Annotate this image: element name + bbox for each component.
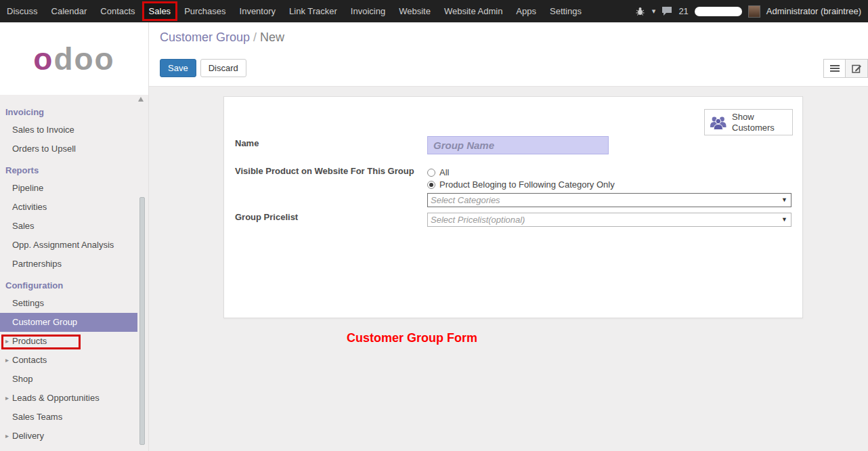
sidebar-scrollbar[interactable] bbox=[139, 197, 145, 445]
section-title-reports: Reports bbox=[0, 158, 148, 179]
sidebar-item-opp-assignment-analysis[interactable]: Opp. Assignment Analysis bbox=[0, 236, 148, 255]
expand-caret-icon: ▸ bbox=[5, 427, 12, 446]
nav-item-apps[interactable]: Apps bbox=[509, 0, 543, 22]
sidebar-item-shop[interactable]: Shop bbox=[0, 370, 148, 389]
chevron-down-icon[interactable]: ▾ bbox=[652, 7, 656, 16]
sidebar-item-pipeline[interactable]: Pipeline bbox=[0, 179, 148, 198]
show-customers-label: Show Customers bbox=[732, 112, 788, 133]
radio-option-all[interactable]: All bbox=[427, 167, 449, 177]
form-sheet: Show Customers Name Visible Product on W… bbox=[223, 96, 803, 318]
section-title-configuration: Configuration bbox=[0, 274, 148, 294]
save-button[interactable]: Save bbox=[160, 59, 196, 77]
radio-option-category[interactable]: Product Beloging to Following Category O… bbox=[427, 179, 615, 190]
categories-select-placeholder: Select Categories bbox=[431, 195, 500, 205]
sidebar-item-activities[interactable]: Activities bbox=[0, 198, 148, 217]
select-arrow-icon: ▼ bbox=[781, 216, 787, 223]
breadcrumb-parent-link[interactable]: Customer Group bbox=[160, 30, 250, 44]
top-navbar: Discuss Calendar Contacts Sales Purchase… bbox=[0, 0, 868, 22]
timer-widget[interactable] bbox=[695, 7, 742, 16]
radio-all-label: All bbox=[439, 167, 449, 177]
nav-item-inventory[interactable]: Inventory bbox=[233, 0, 282, 22]
sidebar-item-settings[interactable]: Settings bbox=[0, 294, 148, 313]
sidebar-item-partnerships[interactable]: Partnerships bbox=[0, 255, 148, 274]
sidebar-item-leads-opportunities[interactable]: ▸Leads & Opportunities bbox=[0, 389, 148, 408]
nav-item-purchases[interactable]: Purchases bbox=[177, 0, 232, 22]
discard-button[interactable]: Discard bbox=[200, 59, 246, 77]
list-view-button[interactable] bbox=[823, 59, 846, 78]
user-avatar[interactable] bbox=[748, 5, 760, 18]
list-view-icon bbox=[830, 64, 840, 72]
pricelist-select[interactable]: Select Pricelist(optional) ▼ bbox=[427, 213, 791, 227]
sidebar-item-customer-group[interactable]: Customer Group bbox=[0, 313, 137, 332]
sidebar-item-sales-to-invoice[interactable]: Sales to Invoice bbox=[0, 121, 148, 139]
nav-item-sales[interactable]: Sales bbox=[142, 1, 178, 21]
sidebar: odoo Invoicing Sales to Invoice Orders t… bbox=[0, 22, 149, 451]
group-pricelist-field-label: Group Pricelist bbox=[235, 212, 298, 222]
nav-item-invoicing[interactable]: Invoicing bbox=[344, 0, 392, 22]
debug-bug-icon[interactable] bbox=[636, 7, 645, 16]
control-panel: Customer Group/New Save Discard bbox=[149, 22, 868, 87]
expand-caret-icon: ▸ bbox=[5, 332, 12, 351]
customers-icon bbox=[709, 115, 728, 130]
categories-select[interactable]: Select Categories ▼ bbox=[427, 193, 791, 207]
nav-item-settings[interactable]: Settings bbox=[543, 0, 588, 22]
messages-icon[interactable] bbox=[661, 6, 672, 16]
group-name-input[interactable] bbox=[427, 136, 609, 154]
logo-first-letter: o bbox=[33, 41, 53, 77]
pricelist-select-placeholder: Select Pricelist(optional) bbox=[431, 215, 525, 225]
section-title-invoicing: Invoicing bbox=[0, 100, 148, 121]
nav-item-discuss[interactable]: Discuss bbox=[0, 0, 45, 22]
breadcrumb: Customer Group/New bbox=[160, 30, 284, 45]
sidebar-item-orders-to-upsell[interactable]: Orders to Upsell bbox=[0, 139, 148, 158]
nav-item-calendar[interactable]: Calendar bbox=[45, 0, 94, 22]
view-switcher bbox=[823, 59, 868, 78]
select-arrow-icon: ▼ bbox=[781, 196, 787, 203]
breadcrumb-separator: / bbox=[253, 30, 257, 44]
sidebar-item-sales[interactable]: Sales bbox=[0, 217, 148, 236]
radio-category-icon[interactable] bbox=[427, 181, 435, 189]
user-menu[interactable]: Administrator (braintree) bbox=[766, 6, 861, 16]
annotation-caption: Customer Group Form bbox=[347, 331, 477, 345]
sidebar-menu: Invoicing Sales to Invoice Orders to Ups… bbox=[0, 95, 148, 446]
radio-category-label: Product Beloging to Following Category O… bbox=[439, 179, 615, 190]
name-field-label: Name bbox=[235, 138, 259, 148]
nav-item-link-tracker[interactable]: Link Tracker bbox=[282, 0, 344, 22]
expand-caret-icon: ▸ bbox=[5, 351, 12, 370]
sidebar-item-products[interactable]: ▸Products bbox=[0, 332, 148, 351]
logo-area: odoo bbox=[0, 22, 148, 95]
breadcrumb-current: New bbox=[260, 30, 284, 44]
sidebar-item-delivery[interactable]: ▸Delivery bbox=[0, 427, 148, 446]
form-view-icon bbox=[852, 64, 862, 73]
nav-right-tools: ▾ 21 Administrator (braintree) bbox=[636, 5, 868, 18]
nav-item-website[interactable]: Website bbox=[392, 0, 437, 22]
messages-count[interactable]: 21 bbox=[678, 6, 688, 16]
logo-rest: doo bbox=[53, 41, 114, 77]
form-view-button[interactable] bbox=[846, 59, 868, 78]
expand-caret-icon: ▸ bbox=[5, 389, 12, 408]
sidebar-item-contacts[interactable]: ▸Contacts bbox=[0, 351, 148, 370]
show-customers-button[interactable]: Show Customers bbox=[704, 109, 793, 135]
radio-all-icon[interactable] bbox=[427, 169, 435, 177]
sidebar-item-sales-teams[interactable]: Sales Teams bbox=[0, 408, 148, 427]
odoo-app: Discuss Calendar Contacts Sales Purchase… bbox=[0, 0, 868, 451]
nav-item-contacts[interactable]: Contacts bbox=[93, 0, 142, 22]
odoo-logo[interactable]: odoo bbox=[33, 41, 114, 77]
action-buttons: Save Discard bbox=[160, 59, 246, 77]
nav-item-website-admin[interactable]: Website Admin bbox=[437, 0, 509, 22]
visible-product-field-label: Visible Product on Website For This Grou… bbox=[235, 166, 414, 176]
scrollbar-up-arrow-icon[interactable] bbox=[138, 97, 144, 102]
